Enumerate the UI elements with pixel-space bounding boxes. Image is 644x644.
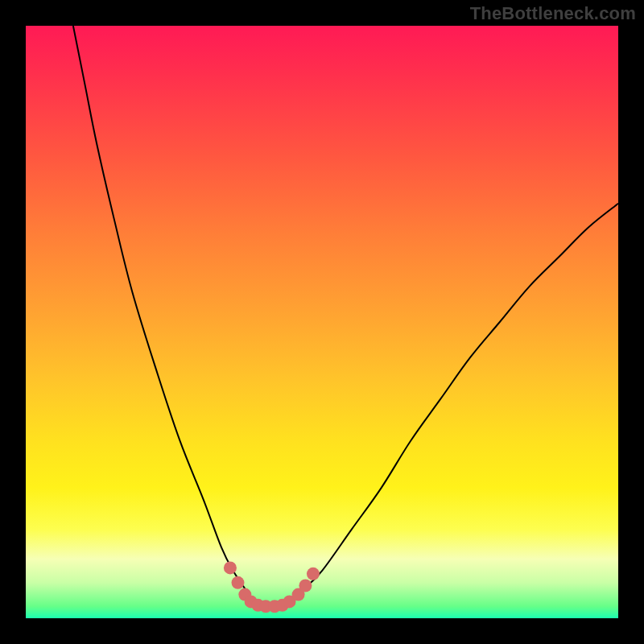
chart-svg: [26, 26, 618, 618]
watermark-text: TheBottleneck.com: [470, 3, 636, 24]
data-marker: [231, 576, 244, 589]
chart-frame: TheBottleneck.com: [0, 0, 644, 644]
plot-area: [26, 26, 618, 618]
data-marker: [307, 568, 320, 580]
marker-layer: [224, 561, 320, 613]
data-marker: [224, 561, 237, 574]
data-marker: [299, 580, 312, 592]
bottleneck-curve: [73, 26, 618, 606]
